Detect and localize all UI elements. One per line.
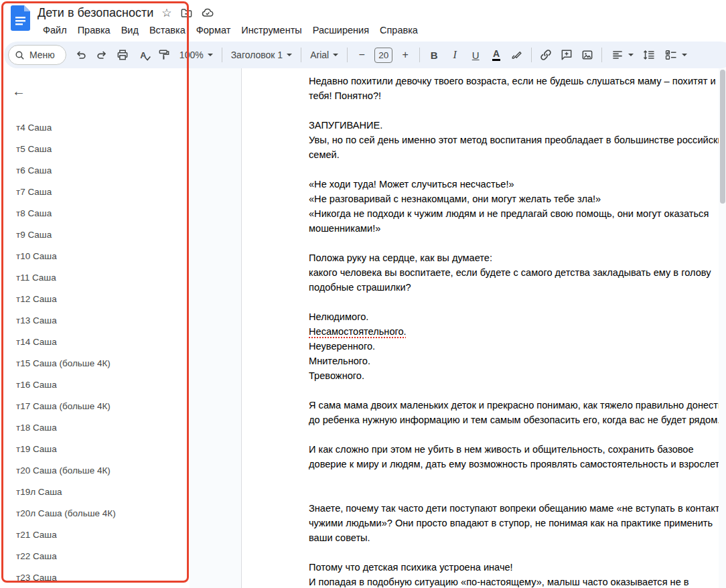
doc-tab-item[interactable]: т21 Саша <box>0 524 190 545</box>
paragraph[interactable] <box>309 162 726 177</box>
menu-item-1[interactable]: Правка <box>72 23 116 37</box>
doc-tab-item[interactable]: т4 Саша <box>0 117 190 138</box>
chevron-down-icon <box>682 54 687 56</box>
move-to-folder-icon[interactable] <box>180 7 193 19</box>
doc-tab-item[interactable]: т13 Саша <box>0 309 190 331</box>
doc-tab-item[interactable]: т17 Саша (больше 4К) <box>0 395 190 417</box>
doc-tab-item[interactable]: т7 Саша <box>0 181 190 202</box>
paragraph[interactable]: «Не разговаривай с незнакомцами, они мог… <box>309 192 726 206</box>
paragraph[interactable]: ЗАПУГИВАНИЕ. <box>309 118 726 133</box>
doc-tab-item[interactable]: т19л Саша <box>0 481 190 502</box>
spellcheck-flagged-word[interactable]: Несамостоятельного. <box>309 326 407 337</box>
menu-item-4[interactable]: Формат <box>191 23 236 37</box>
doc-tab-item[interactable]: т14 Саша <box>0 331 190 352</box>
paragraph[interactable]: «Никогда не подходи к чужим людям и не п… <box>309 206 726 236</box>
paragraph[interactable]: Я сама мама двоих маленьких деток и прек… <box>309 398 726 427</box>
paragraph[interactable] <box>309 103 726 118</box>
font-family-value: Arial <box>310 50 329 60</box>
paragraph[interactable] <box>309 236 726 250</box>
redo-button[interactable] <box>92 45 112 65</box>
paragraph[interactable]: Недавно похитили девочку твоего возраста… <box>309 74 726 103</box>
paragraph[interactable]: какого человека вы воспитаете, если буде… <box>309 265 726 295</box>
checklist-select[interactable] <box>660 45 692 65</box>
doc-tab-item[interactable]: т6 Саша <box>0 159 190 181</box>
menu-item-7[interactable]: Справка <box>374 23 423 37</box>
bold-button[interactable]: B <box>424 45 444 65</box>
add-comment-button[interactable] <box>557 45 577 65</box>
doc-tab-item[interactable]: т22 Саша <box>0 545 190 567</box>
align-select[interactable] <box>606 45 638 65</box>
back-button[interactable]: ← <box>8 80 29 102</box>
doc-tab-item[interactable]: т11 Саша <box>0 267 190 288</box>
paragraph[interactable] <box>309 545 726 560</box>
highlight-color-button[interactable] <box>507 45 527 65</box>
paint-format-button[interactable] <box>154 45 174 65</box>
paragraph[interactable]: Тревожного. <box>309 368 726 383</box>
paragraph[interactable] <box>309 471 726 486</box>
decrease-font-size-button[interactable]: − <box>352 45 372 65</box>
menu-item-2[interactable]: Вид <box>116 23 144 37</box>
doc-tab-item[interactable]: т16 Саша <box>0 374 190 395</box>
paragraph[interactable] <box>309 486 726 501</box>
doc-tab-item[interactable]: т8 Саша <box>0 202 190 224</box>
insert-link-button[interactable] <box>536 45 556 65</box>
document-canvas: Недавно похитили девочку твоего возраста… <box>190 68 726 588</box>
paragraph[interactable]: И попадая в подобную ситуацию «по-настоя… <box>309 575 726 588</box>
paragraph[interactable]: Мнительного. <box>309 354 726 368</box>
paragraph[interactable]: Потому что детская психика устроена инач… <box>309 560 726 575</box>
menu-search-label: Меню <box>29 50 55 60</box>
star-icon[interactable]: ☆ <box>161 6 171 20</box>
font-family-select[interactable]: Arial <box>305 45 343 65</box>
insert-image-button[interactable] <box>577 45 597 65</box>
paragraph[interactable] <box>309 427 726 442</box>
toolbar-divider <box>347 48 348 62</box>
doc-tab-item[interactable]: т18 Саша <box>0 417 190 438</box>
doc-tab-item[interactable]: т20 Саша (больше 4К) <box>0 459 190 481</box>
doc-tab-item[interactable]: т12 Саша <box>0 288 190 309</box>
document-page[interactable]: Недавно похитили девочку твоего возраста… <box>241 68 726 588</box>
italic-button[interactable]: I <box>445 45 465 65</box>
document-title[interactable]: Дети в безопасности <box>38 6 153 20</box>
spellcheck-icon: A <box>140 50 146 60</box>
font-size-input[interactable]: 20 <box>374 48 392 63</box>
top-bar: Дети в безопасности ☆ ФайлПравкаВидВстав… <box>0 0 726 40</box>
paragraph[interactable] <box>309 383 726 398</box>
content-area: ← т4 Сашат5 Сашат6 Сашат7 Сашат8 Сашат9 … <box>0 68 726 588</box>
paragraph[interactable]: «Не ходи туда! Может случиться несчастье… <box>309 177 726 192</box>
paragraph[interactable]: Положа руку на сердце, как вы думаете: <box>309 250 726 265</box>
doc-tab-item[interactable]: т10 Саша <box>0 245 190 267</box>
increase-font-size-button[interactable]: + <box>395 45 415 65</box>
title-row: Дети в безопасности ☆ <box>38 4 726 21</box>
cloud-status-icon[interactable] <box>201 6 214 19</box>
underline-button[interactable]: U <box>465 45 486 65</box>
google-docs-logo[interactable] <box>7 4 33 40</box>
line-spacing-button[interactable] <box>639 45 659 65</box>
menu-item-6[interactable]: Расширения <box>307 23 374 37</box>
paragraph[interactable]: Увы, но по сей день именно этот метод во… <box>309 133 726 162</box>
doc-tab-item[interactable]: т9 Саша <box>0 224 190 245</box>
paragraph[interactable] <box>309 295 726 309</box>
menu-item-5[interactable]: Инструменты <box>236 23 307 37</box>
text-color-button[interactable]: A <box>486 45 506 65</box>
menu-item-0[interactable]: Файл <box>38 23 72 37</box>
paragraph[interactable]: Нелюдимого. <box>309 309 726 324</box>
doc-tab-item[interactable]: т23 Саша <box>0 567 190 588</box>
doc-tab-item[interactable]: т5 Саша <box>0 138 190 159</box>
undo-button[interactable] <box>71 45 91 65</box>
zoom-select[interactable]: 100% <box>175 45 218 65</box>
menu-item-3[interactable]: Вставка <box>144 23 191 37</box>
paragraph[interactable]: Неуверенного. <box>309 339 726 354</box>
paragraph[interactable]: Несамостоятельного. <box>309 324 726 339</box>
doc-tab-item[interactable]: т19 Саша <box>0 438 190 459</box>
line-spacing-icon <box>642 48 656 62</box>
print-button[interactable] <box>113 45 133 65</box>
zoom-value: 100% <box>179 50 204 60</box>
spellcheck-button[interactable]: A <box>133 45 153 65</box>
doc-tab-item[interactable]: т15 Саша (больше 4К) <box>0 352 190 374</box>
doc-tab-item[interactable]: т20л Саша (больше 4К) <box>0 502 190 524</box>
menu-search-button[interactable]: Меню <box>8 45 66 65</box>
paragraph[interactable]: И как сложно при этом не убить в нем жив… <box>309 442 726 471</box>
paragraph[interactable]: Знаете, почему так часто дети поступают … <box>309 501 726 545</box>
scrollbar-thumb[interactable] <box>720 70 725 204</box>
paragraph-style-select[interactable]: Заголовок 1 <box>226 45 297 65</box>
